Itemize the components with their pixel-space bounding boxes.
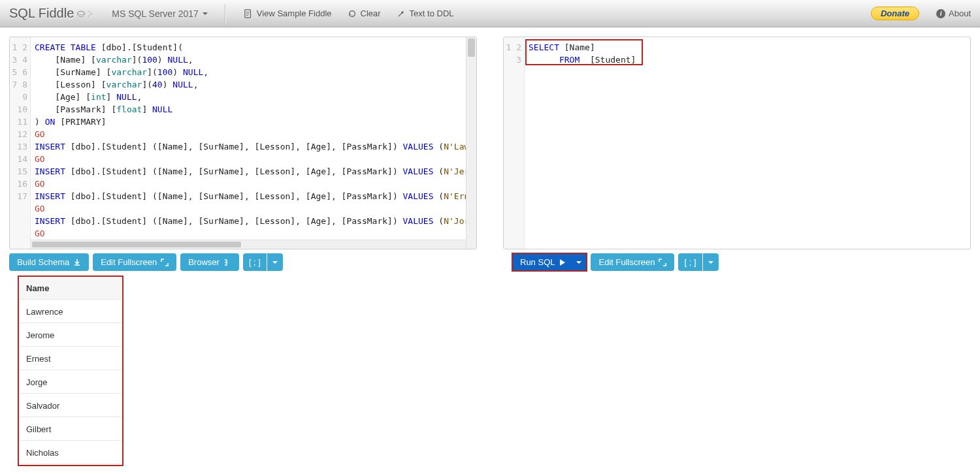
result-cell: Nicholas: [20, 442, 122, 464]
table-row: Jerome: [20, 324, 122, 347]
table-row: Jorge: [20, 371, 122, 394]
table-row: Ernest: [20, 348, 122, 370]
result-cell: Ernest: [20, 348, 122, 370]
text-to-ddl-label: Text to DDL: [410, 8, 454, 18]
browser-button[interactable]: Browser: [180, 253, 239, 271]
query-terminator-caret[interactable]: [703, 253, 719, 271]
svg-point-5: [90, 14, 91, 15]
query-buttons: Run SQL Edit Fullscreen [ ; ]: [503, 253, 980, 276]
result-cell: Jorge: [20, 371, 122, 394]
caret-down-icon: [272, 261, 278, 264]
wrench-icon: [397, 9, 406, 18]
run-sql-button[interactable]: Run SQL: [512, 253, 574, 271]
expand-icon: [659, 259, 666, 266]
results-area: Name LawrenceJeromeErnestJorgeSalvadorGi…: [0, 276, 980, 474]
result-cell: Salvador: [20, 395, 122, 417]
schema-terminator-caret[interactable]: [267, 253, 283, 271]
caret-down-icon: [203, 12, 208, 15]
tree-icon: [223, 259, 231, 266]
schema-buttons: Build Schema Edit Fullscreen Browser [ ;…: [0, 253, 477, 276]
brand[interactable]: SQL Fiddle: [9, 6, 95, 21]
svg-point-3: [90, 12, 91, 12]
view-sample-fiddle-link[interactable]: View Sample Fiddle: [237, 6, 338, 21]
schema-line-gutter: 1 2 3 4 5 6 7 8 9 10 11 12 13 14 15 16 1…: [10, 37, 31, 249]
caret-down-icon: [708, 261, 713, 264]
divider: [225, 5, 225, 23]
result-cell: Lawrence: [20, 301, 122, 323]
about-label: About: [949, 8, 971, 18]
query-line-gutter: 1 2 3: [504, 37, 525, 249]
svg-point-1: [78, 11, 85, 15]
refresh-icon: [348, 9, 357, 18]
svg-point-0: [78, 11, 85, 16]
edit-fullscreen-schema-label: Edit Fullscreen: [101, 257, 157, 267]
browser-label: Browser: [188, 257, 220, 267]
clear-label: Clear: [361, 8, 381, 18]
query-editor[interactable]: 1 2 3 SELECT [Name] FROM [Student]: [503, 37, 971, 249]
top-toolbar: SQL Fiddle MS SQL Server 2017 View Sampl…: [0, 0, 980, 27]
brand-label: SQL Fiddle: [9, 6, 74, 21]
db-engine-label: MS SQL Server 2017: [112, 8, 199, 19]
results-header: Name: [20, 277, 122, 300]
edit-fullscreen-query-label: Edit Fullscreen: [598, 257, 655, 267]
document-icon: [244, 9, 253, 18]
run-sql-group: Run SQL: [512, 253, 587, 271]
table-row: Salvador: [20, 395, 122, 417]
query-code[interactable]: SELECT [Name] FROM [Student]: [504, 37, 970, 70]
query-terminator-label: [ ; ]: [684, 257, 696, 267]
run-sql-caret[interactable]: [571, 253, 587, 271]
brand-logo-icon: [76, 8, 95, 20]
edit-fullscreen-query-button[interactable]: Edit Fullscreen: [591, 253, 674, 271]
schema-editor[interactable]: 1 2 3 4 5 6 7 8 9 10 11 12 13 14 15 16 1…: [9, 37, 477, 249]
text-to-ddl-link[interactable]: Text to DDL: [390, 6, 461, 21]
info-icon: i: [936, 9, 945, 18]
results-table: Name LawrenceJeromeErnestJorgeSalvadorGi…: [18, 276, 123, 466]
editors-row: 1 2 3 4 5 6 7 8 9 10 11 12 13 14 15 16 1…: [0, 27, 980, 253]
build-schema-button[interactable]: Build Schema: [9, 253, 89, 271]
schema-terminator-label: [ ; ]: [249, 257, 261, 267]
build-schema-label: Build Schema: [17, 257, 69, 267]
table-row: Gilbert: [20, 419, 122, 441]
run-sql-label: Run SQL: [520, 257, 555, 267]
schema-code[interactable]: CREATE TABLE [dbo].[Student]( [Name] [va…: [10, 37, 476, 244]
download-icon: [73, 259, 81, 266]
play-icon: [559, 259, 566, 266]
edit-fullscreen-schema-button[interactable]: Edit Fullscreen: [93, 253, 176, 271]
query-terminator-button[interactable]: [ ; ]: [678, 253, 702, 271]
svg-point-2: [88, 10, 89, 11]
db-engine-dropdown[interactable]: MS SQL Server 2017: [106, 6, 213, 22]
about-link[interactable]: i About: [936, 8, 971, 18]
schema-terminator-button[interactable]: [ ; ]: [243, 253, 267, 271]
editor-button-row: Build Schema Edit Fullscreen Browser [ ;…: [0, 253, 980, 276]
donate-label: Donate: [881, 8, 909, 18]
horizontal-scrollbar[interactable]: [31, 240, 466, 249]
vertical-scrollbar[interactable]: [466, 37, 476, 249]
clear-link[interactable]: Clear: [341, 6, 387, 21]
caret-down-icon: [576, 261, 581, 264]
expand-icon: [161, 259, 169, 266]
svg-point-4: [91, 13, 92, 14]
donate-button[interactable]: Donate: [871, 7, 919, 20]
result-cell: Jerome: [20, 324, 122, 347]
table-row: Lawrence: [20, 301, 122, 323]
svg-point-6: [88, 16, 89, 16]
result-cell: Gilbert: [20, 419, 122, 441]
table-row: Nicholas: [20, 442, 122, 464]
view-sample-label: View Sample Fiddle: [257, 8, 332, 18]
